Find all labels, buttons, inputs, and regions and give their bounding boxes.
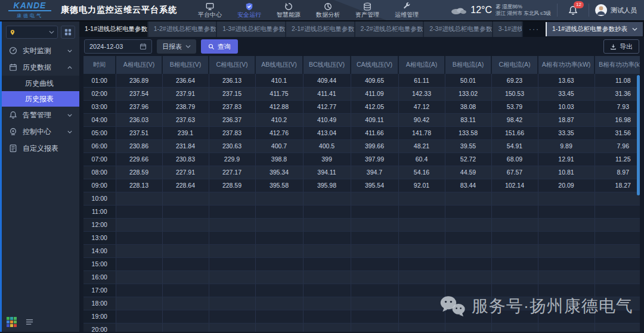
table-cell: 411.09 bbox=[351, 87, 398, 100]
table-cell bbox=[162, 257, 209, 270]
table-cell bbox=[209, 310, 255, 323]
table-cell bbox=[255, 297, 303, 310]
table-cell: 13.63 bbox=[538, 74, 595, 87]
table-cell: 7.96 bbox=[595, 139, 640, 153]
theme-palette-icon[interactable] bbox=[7, 317, 17, 327]
chevron-down-icon bbox=[67, 130, 72, 133]
table-cell: 133.58 bbox=[445, 126, 491, 139]
table-cell bbox=[491, 205, 538, 218]
table-cell: 230.83 bbox=[162, 153, 209, 166]
table-cell: 227.91 bbox=[162, 166, 209, 179]
table-cell bbox=[162, 231, 209, 244]
sidebar-item[interactable]: 控制中心 bbox=[2, 123, 79, 140]
report-type-select[interactable]: 日报表 bbox=[157, 39, 196, 54]
nav-item-ops[interactable]: 运维管理 bbox=[392, 2, 422, 18]
nav-item-analysis[interactable]: 数据分析 bbox=[313, 2, 343, 18]
table-cell: 411.41 bbox=[303, 87, 351, 100]
user-menu[interactable]: 测试人员 bbox=[595, 4, 637, 16]
table-cell: 151.66 bbox=[491, 126, 538, 139]
table-cell bbox=[398, 270, 445, 284]
nav-item-asset[interactable]: 资产管理 bbox=[352, 2, 382, 18]
table-cell bbox=[209, 192, 255, 205]
watermark-text: 服务号·扬州康德电气 bbox=[472, 295, 633, 318]
weather-condition: 雾 湿度86% bbox=[496, 4, 551, 10]
table-cell: 228.64 bbox=[162, 179, 209, 192]
table-cell bbox=[255, 257, 303, 270]
table-cell: 10.03 bbox=[538, 100, 595, 113]
calendar-icon bbox=[140, 43, 147, 50]
tab[interactable]: 2-3#进线总柜电量参数抄表 bbox=[424, 21, 492, 37]
tab[interactable]: 3-1#进线总柜电量参数抄表 bbox=[493, 21, 522, 37]
column-header: C相电压(V) bbox=[209, 56, 255, 74]
table-header-row: 时间A相电压(V)B相电压(V)C相电压(V)AB线电压(V)BC线电压(V)C… bbox=[83, 56, 640, 74]
vertical-scrollbar[interactable] bbox=[637, 75, 640, 195]
sidebar-item[interactable]: 实时监测 bbox=[2, 42, 79, 59]
table-cell bbox=[538, 270, 595, 284]
table-cell: 11.08 bbox=[595, 74, 640, 87]
table-cell: 11.25 bbox=[595, 153, 640, 166]
sidebar-item[interactable]: 告警管理 bbox=[2, 107, 79, 123]
table-cell bbox=[445, 205, 491, 218]
station-select[interactable] bbox=[6, 26, 58, 39]
table-cell bbox=[595, 257, 640, 270]
table-cell: 39.55 bbox=[445, 139, 491, 153]
nav-item-energy[interactable]: 智慧能源 bbox=[274, 2, 304, 18]
tab-overflow-button[interactable]: ··· bbox=[523, 25, 546, 33]
table-cell bbox=[398, 284, 445, 297]
query-button[interactable]: 查询 bbox=[201, 39, 238, 54]
tab-selector-dropdown[interactable]: 1-1#进线总柜电量参数抄表 bbox=[546, 22, 643, 36]
table-cell bbox=[538, 218, 595, 231]
table-cell bbox=[491, 218, 538, 231]
table-cell: 47.12 bbox=[398, 100, 445, 113]
nav-item-platform[interactable]: 平台中心 bbox=[195, 2, 225, 18]
table-cell: 60.4 bbox=[398, 153, 445, 166]
table-cell: 44.59 bbox=[445, 166, 491, 179]
table-cell: 228.13 bbox=[116, 179, 162, 192]
grid-view-button[interactable] bbox=[61, 26, 75, 39]
table-cell: 237.54 bbox=[116, 87, 162, 100]
export-button[interactable]: 导出 bbox=[603, 39, 639, 54]
table-cell bbox=[255, 323, 303, 332]
table-cell bbox=[303, 218, 351, 231]
monitor-icon bbox=[9, 46, 17, 55]
nav-item-label: 智慧能源 bbox=[277, 11, 301, 18]
table-cell bbox=[445, 192, 491, 205]
table-cell: 412.88 bbox=[255, 100, 303, 113]
chevron-down-icon bbox=[632, 27, 637, 31]
sidebar-item[interactable]: 自定义报表 bbox=[2, 140, 79, 157]
table-cell bbox=[209, 270, 255, 284]
column-header: B相电压(V) bbox=[162, 56, 209, 74]
nav-item-shield[interactable]: 安全运行 bbox=[234, 2, 264, 18]
table-cell bbox=[538, 231, 595, 244]
list-view-icon[interactable] bbox=[25, 318, 34, 326]
sidebar-subitem[interactable]: 历史报表 bbox=[2, 91, 79, 107]
table-cell: 229.9 bbox=[209, 153, 255, 166]
tab[interactable]: 1-2#进线总柜电量参数抄表 bbox=[148, 21, 216, 37]
time-cell: 09:00 bbox=[83, 179, 116, 192]
sidebar-subitem[interactable]: 历史曲线 bbox=[2, 76, 79, 91]
date-picker[interactable]: 2024-12-03 bbox=[84, 39, 152, 54]
table-cell bbox=[116, 192, 162, 205]
table-cell bbox=[491, 257, 538, 270]
table-cell bbox=[595, 323, 640, 332]
report-table: 时间A相电压(V)B相电压(V)C相电压(V)AB线电压(V)BC线电压(V)C… bbox=[83, 56, 640, 332]
table-cell: 142.33 bbox=[398, 87, 445, 100]
table-row: 15:00 bbox=[83, 257, 640, 270]
time-cell: 19:00 bbox=[83, 310, 116, 323]
sidebar-item[interactable]: 历史数据 bbox=[2, 59, 79, 76]
tab[interactable]: 2-1#进线总柜电量参数抄表 bbox=[286, 21, 354, 37]
table-cell bbox=[351, 310, 398, 323]
table-cell: 399 bbox=[303, 153, 351, 166]
tab[interactable]: 1-1#进线总柜电量参数抄表 bbox=[79, 21, 147, 37]
table-cell: 409.11 bbox=[351, 113, 398, 126]
notification-bell[interactable]: 12 bbox=[568, 5, 578, 15]
tab[interactable]: 2-2#进线总柜电量参数抄表 bbox=[355, 21, 423, 37]
table-cell: 98.42 bbox=[491, 113, 538, 126]
export-button-label: 导出 bbox=[620, 42, 633, 51]
tab[interactable]: 1-3#进线总柜电量参数抄表 bbox=[217, 21, 285, 37]
table-cell bbox=[398, 231, 445, 244]
table-cell bbox=[398, 192, 445, 205]
table-cell: 238.79 bbox=[162, 100, 209, 113]
table-cell: 236.89 bbox=[116, 74, 162, 87]
table-cell: 398.8 bbox=[255, 153, 303, 166]
